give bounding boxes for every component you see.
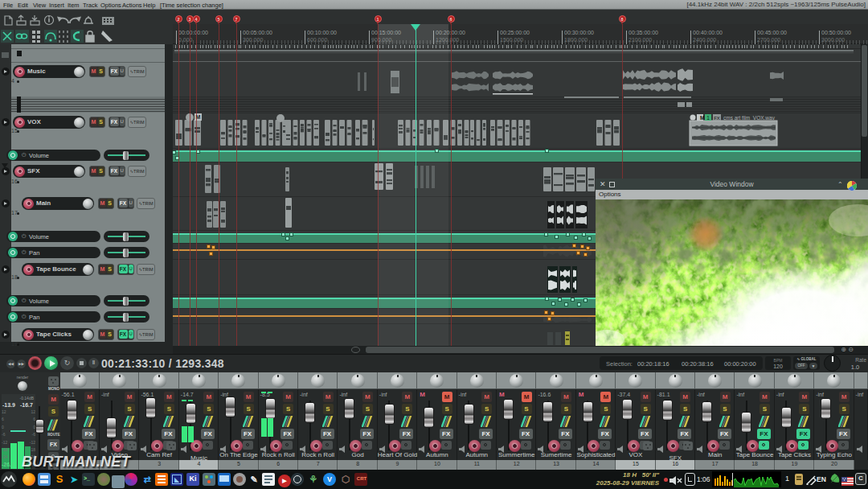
svg-text:M: M	[700, 115, 704, 121]
svg-text:cms art film_VOX.wav: cms art film_VOX.wav	[723, 115, 776, 121]
svg-text:FX: FX	[714, 116, 720, 121]
svg-text:1: 1	[706, 115, 710, 121]
